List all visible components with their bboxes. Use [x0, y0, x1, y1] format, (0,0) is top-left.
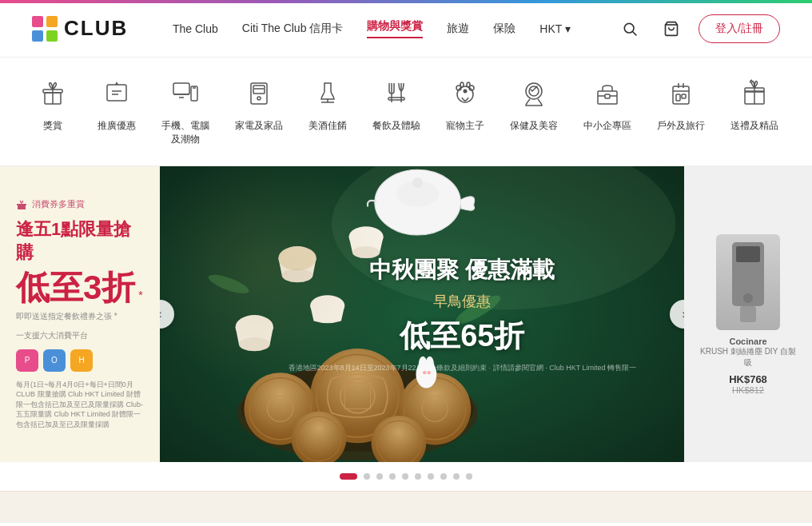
banner-text-overlay: 中秋團聚 優惠滿載 早鳥優惠 低至65折 香港地區2023年8月14日至2023…: [289, 255, 636, 373]
carousel-dot-9[interactable]: [466, 473, 472, 480]
cart-button[interactable]: [657, 14, 686, 43]
carousel-dot-1[interactable]: [364, 473, 370, 480]
health-icon: [518, 77, 550, 113]
sme-icon: [591, 77, 623, 113]
banner-left-badge: 消費券多重賞: [16, 198, 144, 210]
app-icon-3: H: [70, 349, 93, 372]
nav-hkt[interactable]: HKT ▾: [539, 22, 571, 35]
category-nav: 獎賞 推廣優惠 手機、電腦及潮物 家電及家品 美酒佳餚 餐飲及體驗: [0, 58, 812, 166]
category-gifts-label: 送禮及精品: [730, 119, 778, 133]
svg-point-28: [457, 86, 473, 102]
banner-main: ‹: [160, 166, 684, 462]
logo-text: CLUB: [64, 16, 128, 41]
banner-discount: 低至65折: [289, 316, 636, 357]
category-home[interactable]: 家電及家品: [222, 70, 296, 139]
svg-point-4: [624, 23, 634, 33]
svg-point-34: [526, 83, 542, 99]
logo-icon: [32, 16, 58, 42]
logo[interactable]: CLUB: [32, 16, 128, 42]
app-icon-1: P: [16, 349, 38, 372]
category-outdoor-label: 戶外及旅行: [657, 119, 705, 133]
banner-left-subnote: 一支援六大消費平台: [16, 330, 144, 341]
svg-line-5: [633, 31, 637, 35]
banner-image: 中秋團聚 優惠滿載 早鳥優惠 低至65折 香港地區2023年8月14日至2023…: [160, 166, 684, 462]
carousel-dot-3[interactable]: [389, 473, 396, 480]
category-promo[interactable]: 推廣優惠: [85, 70, 149, 139]
carousel-dot-8[interactable]: [453, 473, 460, 480]
svg-rect-1: [46, 16, 58, 27]
svg-rect-85: [736, 246, 760, 262]
category-home-label: 家電及家品: [235, 119, 283, 133]
svg-rect-42: [676, 94, 680, 101]
svg-rect-37: [605, 94, 610, 98]
category-wine-label: 美酒佳餚: [308, 119, 347, 133]
carousel-dot-0[interactable]: [340, 473, 357, 480]
gifts-icon: [738, 77, 770, 113]
product-brand: Cocinare: [697, 337, 799, 346]
dining-icon: [380, 77, 412, 113]
promo-icon: [101, 77, 133, 113]
svg-rect-87: [740, 306, 756, 322]
banner-left-title: 逢五1點限量搶購: [16, 218, 144, 264]
nav-shopping[interactable]: 購物與獎賞: [367, 19, 423, 38]
banner-section: 消費券多重賞 逢五1點限量搶購 低至3折 * 即即送送指定餐飲禮券之張 * 一支…: [0, 166, 812, 462]
category-pet-label: 寵物主子: [446, 119, 484, 133]
nav-travel[interactable]: 旅遊: [447, 22, 469, 36]
outdoor-icon: [665, 77, 697, 113]
search-button[interactable]: [615, 14, 644, 43]
product-card: Cocinare KRUSH 刺絲捲塵 DIY 自製吸 HK$768 HK$81…: [697, 234, 799, 395]
header: CLUB The Club Citi The Club 信用卡 購物與獎賞 旅遊…: [0, 0, 812, 58]
nav-insurance[interactable]: 保險: [493, 22, 515, 36]
svg-point-86: [743, 293, 753, 303]
svg-rect-14: [173, 83, 189, 94]
svg-rect-43: [682, 94, 686, 98]
svg-rect-47: [17, 204, 26, 205]
svg-point-59: [236, 315, 273, 339]
carousel-dot-5[interactable]: [415, 473, 421, 480]
svg-rect-36: [598, 91, 617, 104]
banner-left-panel: 消費券多重賞 逢五1點限量搶購 低至3折 * 即即送送指定餐飲禮券之張 * 一支…: [0, 166, 160, 462]
svg-rect-10: [107, 85, 126, 101]
carousel-dots: [0, 462, 812, 491]
category-rewards[interactable]: 獎賞: [21, 70, 85, 139]
svg-marker-11: [115, 82, 118, 85]
product-orig-price: HK$812: [697, 385, 799, 395]
category-outdoor[interactable]: 戶外及旅行: [644, 70, 718, 139]
nav-the-club[interactable]: The Club: [173, 22, 218, 35]
svg-point-29: [464, 90, 468, 94]
carousel-dot-7[interactable]: [440, 473, 447, 480]
svg-point-53: [412, 177, 423, 188]
home-icon: [243, 77, 275, 113]
app-icon-2: O: [43, 349, 66, 372]
wine-icon: [312, 77, 344, 113]
product-price: HK$768: [697, 373, 799, 385]
banner-title: 中秋團聚 優惠滿載: [289, 255, 636, 285]
svg-rect-20: [253, 86, 265, 94]
bottom-strip: [0, 491, 812, 523]
tech-icon: [169, 77, 201, 113]
nav-citi[interactable]: Citi The Club 信用卡: [242, 22, 344, 36]
product-thumbnail: [720, 238, 776, 326]
carousel-dot-2[interactable]: [376, 473, 383, 480]
category-dining[interactable]: 餐飲及體驗: [360, 70, 433, 139]
svg-point-60: [239, 337, 270, 351]
login-button[interactable]: 登入/註冊: [699, 14, 780, 43]
category-tech[interactable]: 手機、電腦及潮物: [149, 70, 222, 153]
category-wine[interactable]: 美酒佳餚: [296, 70, 360, 139]
category-pet[interactable]: 寵物主子: [433, 70, 497, 139]
banner-left-desc: 每月(1日~每月4月0日+每日+日間0月CLUB 限量搶購 Club HKT L…: [16, 380, 144, 430]
category-health[interactable]: 保健及美容: [497, 70, 571, 139]
svg-rect-2: [32, 30, 43, 42]
carousel-dot-4[interactable]: [402, 473, 408, 480]
category-promo-label: 推廣優惠: [98, 119, 136, 133]
svg-point-35: [529, 86, 539, 96]
product-name: KRUSH 刺絲捲塵 DIY 自製吸: [697, 346, 799, 369]
category-sme[interactable]: 中小企專區: [571, 70, 644, 139]
category-rewards-label: 獎賞: [43, 119, 62, 133]
main-nav: The Club Citi The Club 信用卡 購物與獎賞 旅遊 保險 H…: [173, 19, 571, 38]
search-icon: [622, 21, 638, 37]
category-dining-label: 餐飲及體驗: [372, 119, 420, 133]
carousel-dot-6[interactable]: [428, 473, 434, 480]
banner-subtitle: 早鳥優惠: [289, 292, 636, 311]
category-gifts[interactable]: 送禮及精品: [718, 70, 791, 139]
